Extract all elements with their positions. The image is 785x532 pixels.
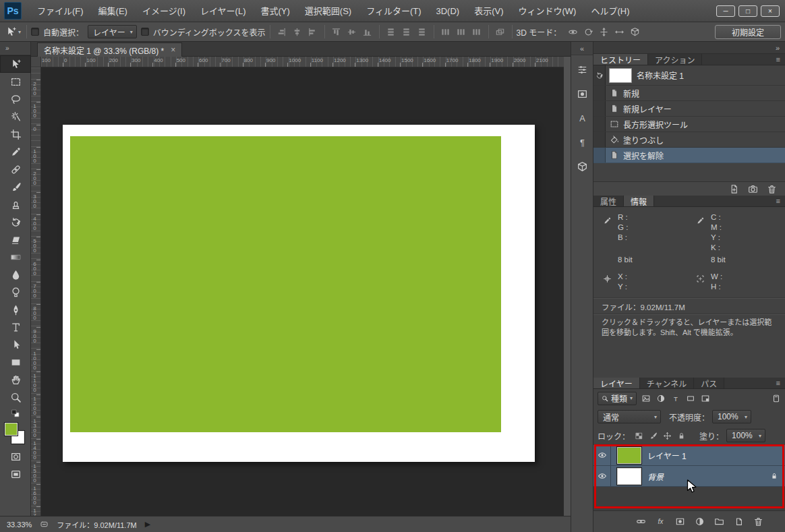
layer-row[interactable]: レイヤー 1 xyxy=(593,445,785,466)
3d-panel-icon[interactable] xyxy=(571,156,593,177)
menu-item[interactable]: ヘルプ(H) xyxy=(583,0,637,22)
filter-adjustment-layers-icon[interactable] xyxy=(654,392,668,405)
menu-item[interactable]: 表示(V) xyxy=(467,0,511,22)
history-brush-source-well[interactable] xyxy=(593,65,606,85)
history-brush-tool-button[interactable] xyxy=(0,213,31,231)
collapse-dock-icon[interactable]: » xyxy=(776,44,780,52)
lasso-tool-button[interactable] xyxy=(0,90,31,108)
eyedropper-tool-button[interactable] xyxy=(0,143,31,160)
minimize-button[interactable]: ─ xyxy=(716,5,735,17)
align-horizontal-centers-icon[interactable] xyxy=(290,25,305,38)
rectangle-tool-button[interactable] xyxy=(0,353,31,371)
menu-item[interactable]: イメージ(I) xyxy=(135,0,193,22)
paragraph-panel-icon[interactable]: ¶ xyxy=(571,132,593,152)
new-document-from-state-icon[interactable] xyxy=(727,182,740,196)
auto-align-layers-icon[interactable] xyxy=(493,25,508,38)
path-select-tool-button[interactable] xyxy=(0,336,31,353)
layer-thumbnail[interactable] xyxy=(617,468,641,485)
menu-item[interactable]: レイヤー(L) xyxy=(193,0,254,22)
crop-tool-button[interactable] xyxy=(0,125,31,143)
healing-tool-button[interactable] xyxy=(0,160,31,178)
filter-shape-layers-icon[interactable] xyxy=(684,392,697,405)
menu-item[interactable]: フィルター(T) xyxy=(359,0,428,22)
menu-item[interactable]: ウィンドウ(W) xyxy=(511,0,584,22)
workspace-button[interactable]: 初期設定 xyxy=(715,25,781,39)
expand-panels-icon[interactable]: « xyxy=(571,42,593,55)
filter-pixel-layers-icon[interactable] xyxy=(639,392,653,405)
link-layers-icon[interactable] xyxy=(634,515,647,529)
add-layer-mask-icon[interactable] xyxy=(673,515,687,529)
adjustments-panel-icon[interactable] xyxy=(571,59,593,80)
hand-tool-button[interactable] xyxy=(0,371,31,388)
tool-preset-picker[interactable]: ▾ xyxy=(4,26,22,38)
panel-menu-icon[interactable]: ≡ xyxy=(776,54,780,65)
marquee-tool-button[interactable] xyxy=(0,73,31,90)
distribute-top-edges-icon[interactable] xyxy=(384,25,399,38)
new-layer-icon[interactable] xyxy=(732,515,745,529)
screen-mode-button[interactable] xyxy=(0,465,31,483)
menu-item[interactable]: 3D(D) xyxy=(429,0,467,22)
history-snapshot-row[interactable]: 名称未設定 1 xyxy=(593,65,785,86)
canvas-viewport[interactable] xyxy=(41,67,564,516)
delete-layer-icon[interactable] xyxy=(751,515,765,529)
lock-image-pixels-icon[interactable] xyxy=(647,429,659,442)
auto-select-checkbox[interactable] xyxy=(31,28,39,36)
ruler-origin-corner[interactable] xyxy=(31,57,41,67)
fill-dropdown[interactable]: 100% ▾ xyxy=(726,429,765,442)
masks-panel-icon[interactable] xyxy=(571,84,593,104)
layer-filter-type-dropdown[interactable]: 種類 ▾ xyxy=(598,392,637,405)
tab-paths[interactable]: パス xyxy=(694,378,724,388)
align-vertical-centers-icon[interactable] xyxy=(345,25,359,38)
type-tool-button[interactable] xyxy=(0,318,31,336)
eraser-tool-button[interactable] xyxy=(0,231,31,248)
distribute-left-edges-icon[interactable] xyxy=(438,25,453,38)
panel-menu-icon[interactable]: ≡ xyxy=(776,378,780,388)
close-button[interactable]: × xyxy=(761,5,780,17)
new-adjustment-layer-icon[interactable] xyxy=(693,515,706,529)
foreground-color-swatch[interactable] xyxy=(5,423,18,436)
snapshot-thumbnail[interactable] xyxy=(609,68,632,83)
3d-orbit-icon[interactable] xyxy=(565,25,580,38)
panel-menu-icon[interactable]: ≡ xyxy=(776,196,780,206)
layer-visibility-toggle[interactable] xyxy=(593,445,611,465)
document-tab[interactable]: 名称未設定 1 @ 33.3% (RGB/8) * × xyxy=(37,42,182,57)
align-bottom-edges-icon[interactable] xyxy=(360,25,375,38)
history-state-row[interactable]: 選択を解除 xyxy=(593,148,785,163)
dodge-tool-button[interactable] xyxy=(0,283,31,301)
document-canvas[interactable] xyxy=(63,125,535,462)
tab-info[interactable]: 情報 xyxy=(624,196,654,206)
blend-mode-dropdown[interactable]: 通常 ▾ xyxy=(598,410,661,423)
layer-name[interactable]: レイヤー 1 xyxy=(647,450,687,461)
tab-history[interactable]: ヒストリー xyxy=(593,54,648,65)
history-source-well[interactable] xyxy=(593,132,606,147)
quick-mask-button[interactable] xyxy=(0,448,31,465)
history-state-row[interactable]: 新規 xyxy=(593,86,785,101)
history-source-well[interactable] xyxy=(593,101,606,116)
opacity-dropdown[interactable]: 100% ▾ xyxy=(712,410,751,423)
layer-thumbnail[interactable] xyxy=(617,447,641,464)
layer-style-icon[interactable]: fx xyxy=(653,515,667,529)
collapse-tools-icon[interactable]: » xyxy=(0,42,30,55)
delete-history-state-icon[interactable] xyxy=(765,182,778,196)
move-tool-button[interactable] xyxy=(0,55,31,73)
brush-tool-button[interactable] xyxy=(0,178,31,196)
zoom-tool-button[interactable] xyxy=(0,388,31,406)
filter-type-layers-icon[interactable]: T xyxy=(669,392,682,405)
clone-stamp-tool-button[interactable] xyxy=(0,196,31,213)
gradient-tool-button[interactable] xyxy=(0,248,31,266)
distribute-vertical-centers-icon[interactable] xyxy=(399,25,414,38)
close-tab-icon[interactable]: × xyxy=(171,45,175,55)
new-snapshot-icon[interactable] xyxy=(746,182,759,196)
lock-position-icon[interactable] xyxy=(661,429,673,442)
show-bounding-box-checkbox[interactable] xyxy=(141,28,149,36)
history-state-row[interactable]: 塗りつぶし xyxy=(593,132,785,148)
menu-item[interactable]: 選択範囲(S) xyxy=(297,0,359,22)
3d-scale-icon[interactable] xyxy=(627,25,642,38)
3d-roll-icon[interactable] xyxy=(581,25,595,38)
distribute-horizontal-centers-icon[interactable] xyxy=(454,25,469,38)
new-group-icon[interactable] xyxy=(712,515,726,529)
tab-channels[interactable]: チャンネル xyxy=(640,378,695,388)
layer-visibility-toggle[interactable] xyxy=(593,466,611,486)
3d-pan-icon[interactable] xyxy=(596,25,611,38)
history-source-well[interactable] xyxy=(593,117,606,131)
